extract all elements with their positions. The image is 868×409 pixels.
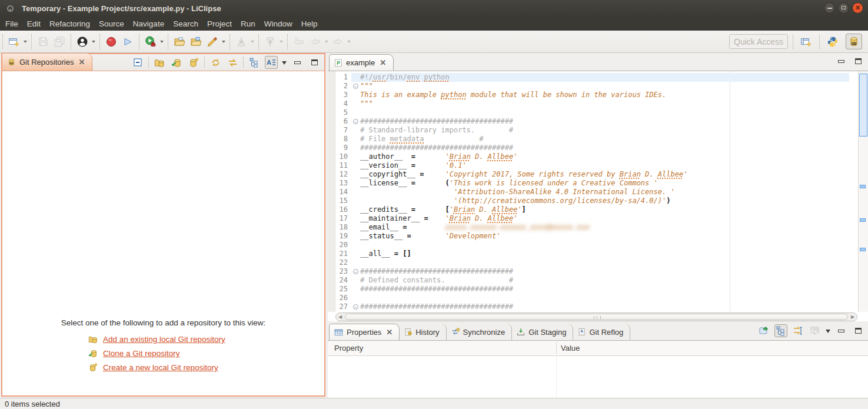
fold-marker[interactable] (351, 82, 360, 91)
fold-marker[interactable] (351, 117, 360, 126)
code-line-10[interactable]: 10__author__ = 'Brian D. Allbee' (336, 152, 849, 161)
highlight-pen-button[interactable] (205, 35, 220, 49)
toggle-layout-button[interactable]: A (265, 56, 278, 69)
show-categories-button[interactable] (791, 324, 804, 337)
code-line-19[interactable]: 19__status__ = 'Development' (336, 232, 849, 241)
run-dropdown[interactable] (160, 41, 164, 45)
maximize-view-button[interactable] (308, 56, 321, 69)
add-repository-button[interactable] (153, 56, 166, 69)
menu-run[interactable]: Run (241, 19, 255, 28)
close-window-button[interactable]: ✕ (852, 2, 863, 14)
record-button[interactable] (104, 35, 118, 49)
code-editor[interactable]: 1#!/usr/bin/env python2"""3This is an ex… (328, 71, 868, 321)
menu-project[interactable]: Project (207, 19, 232, 28)
previous-annotation-button[interactable] (263, 35, 277, 49)
menu-search[interactable]: Search (173, 19, 198, 28)
code-line-4[interactable]: 4""" (336, 99, 849, 108)
code-line-9[interactable]: 9#################################### (336, 144, 849, 152)
close-tab-icon[interactable]: ✕ (386, 328, 393, 336)
scroll-left-arrow[interactable]: ◀ (336, 314, 344, 320)
properties-table-body[interactable] (328, 356, 868, 397)
show-tree-button[interactable] (774, 324, 787, 337)
menu-refactoring[interactable]: Refactoring (49, 19, 90, 28)
editor-horizontal-scrollbar[interactable]: ◀ ▶ (335, 312, 857, 321)
minimize-view-button[interactable] (291, 56, 304, 69)
user-account-button[interactable] (75, 35, 89, 49)
forward-dropdown[interactable] (347, 41, 351, 45)
editor-vertical-scrollbar[interactable] (858, 71, 868, 312)
code-line-12[interactable]: 12__copyright__ = 'Copyright 2017, Some … (336, 170, 849, 179)
close-tab-icon[interactable]: ✕ (380, 59, 386, 66)
minimize-view-button[interactable] (834, 55, 847, 68)
forward-button[interactable] (331, 35, 345, 49)
refresh-button[interactable] (209, 56, 222, 69)
add-existing-repository-link[interactable]: Add an existing local Git repository (103, 335, 225, 344)
save-button[interactable] (36, 35, 50, 49)
code-line-24[interactable]: 24# Defined constants. # (336, 276, 849, 285)
view-menu-button[interactable] (826, 330, 830, 335)
tab-synchronize[interactable]: Synchronize (447, 324, 513, 340)
code-line-14[interactable]: 14 'Attribution-ShareAlike 4.0 Internati… (336, 188, 849, 197)
code-line-22[interactable]: 22 (336, 258, 849, 267)
previous-annotation-dropdown[interactable] (280, 41, 283, 45)
code-line-13[interactable]: 13__license__ = ('This work is licensed … (336, 179, 849, 188)
pin-view-button[interactable] (757, 324, 770, 337)
maximize-window-button[interactable] (838, 2, 849, 14)
code-line-6[interactable]: 6#################################### (336, 117, 849, 126)
highlight-pen-dropdown[interactable] (222, 41, 225, 45)
create-repository-button[interactable] (187, 56, 200, 69)
restore-defaults-button[interactable] (809, 324, 822, 337)
maximize-view-button[interactable] (852, 324, 864, 337)
overview-annotation-mark[interactable] (860, 185, 866, 188)
code-line-25[interactable]: 25#################################### (336, 285, 849, 294)
hierarchy-toggle-button[interactable] (248, 56, 261, 69)
python-perspective-button[interactable] (824, 34, 841, 49)
scrollbar-thumb[interactable] (345, 314, 848, 320)
tab-git-repositories[interactable]: GIT Git Repositories ✕ (2, 54, 92, 71)
tab-history[interactable]: History (400, 324, 446, 340)
scroll-right-arrow[interactable]: ▶ (849, 314, 857, 320)
back-button[interactable] (308, 35, 322, 49)
next-annotation-button[interactable] (234, 35, 248, 49)
code-line-18[interactable]: 18__email__ = xxxxx.xxxxxx-xxxxxx_xxxx@x… (336, 223, 849, 232)
code-line-1[interactable]: 1#!/usr/bin/env python (336, 73, 849, 82)
maximize-view-button[interactable] (852, 55, 864, 68)
code-line-21[interactable]: 21__all__ = [] (336, 250, 849, 258)
save-all-button[interactable] (52, 35, 66, 49)
quick-access-input[interactable] (729, 34, 788, 49)
scrollbar-thumb[interactable] (859, 74, 867, 137)
fold-marker[interactable] (351, 302, 360, 311)
collapse-all-button[interactable] (131, 56, 144, 69)
code-line-27[interactable]: 27#################################### (336, 302, 849, 311)
code-line-7[interactable]: 7# Standard-library imports. # (336, 126, 849, 135)
close-tab-icon[interactable]: ✕ (78, 58, 85, 66)
code-line-15[interactable]: 15 '(http://creativecommons.org/licenses… (336, 197, 849, 205)
next-annotation-dropdown[interactable] (251, 41, 254, 45)
open-resource-button[interactable] (189, 35, 203, 49)
minimize-window-button[interactable] (824, 2, 835, 14)
code-line-26[interactable]: 26 (336, 294, 849, 302)
code-line-2[interactable]: 2""" (336, 82, 849, 91)
column-divider[interactable] (556, 342, 557, 354)
new-wizard-dropdown[interactable] (24, 41, 27, 45)
run-button[interactable] (144, 35, 158, 49)
view-menu-button[interactable] (282, 61, 287, 67)
menu-window[interactable]: Window (264, 19, 292, 28)
code-line-16[interactable]: 16__credits__ = ['Brian D. Allbee'] (336, 205, 849, 214)
play-button[interactable] (121, 35, 135, 49)
code-line-5[interactable]: 5 (336, 108, 849, 117)
code-line-8[interactable]: 8# File metadata # (336, 135, 849, 144)
clone-repository-link[interactable]: Clone a Git repository (103, 349, 180, 358)
open-perspective-button[interactable] (798, 34, 814, 49)
menu-help[interactable]: Help (301, 19, 318, 28)
git-perspective-button[interactable]: GIT (846, 34, 862, 49)
menu-edit[interactable]: Edit (27, 19, 41, 28)
column-header-property[interactable]: Property (328, 344, 363, 353)
overview-annotation-mark[interactable] (860, 248, 866, 251)
menu-source[interactable]: Source (99, 19, 124, 28)
menu-file[interactable]: File (5, 19, 18, 28)
code-line-17[interactable]: 17__maintainer__ = 'Brian D. Allbee' (336, 214, 849, 223)
code-line-23[interactable]: 23#################################### (336, 267, 849, 276)
fold-marker[interactable] (351, 267, 360, 276)
code-line-20[interactable]: 20 (336, 241, 849, 250)
